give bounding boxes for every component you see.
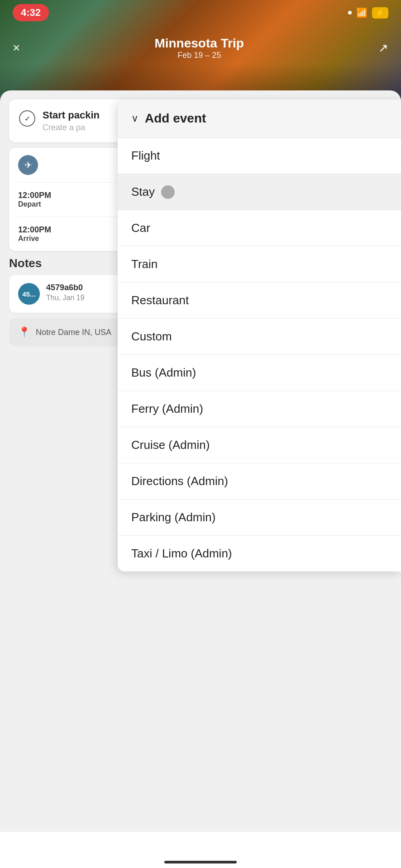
dropdown-item-restaurant[interactable]: Restaurant [118,283,401,319]
cruise-admin-label: Cruise (Admin) [131,438,210,452]
stay-toggle[interactable] [161,185,175,199]
note-info: 4579a6b0 Thu, Jan 19 [46,283,85,302]
check-icon: ✓ [19,110,35,127]
dropdown-header[interactable]: ∨ Add event [118,99,401,138]
dropdown-item-parking-admin[interactable]: Parking (Admin) [118,500,401,536]
dropdown-menu: ∨ Add event Flight Stay Car Train Restau… [118,99,401,571]
wifi-icon: 📶 [356,7,368,18]
dropdown-item-cruise-admin[interactable]: Cruise (Admin) [118,427,401,463]
dropdown-item-car[interactable]: Car [118,210,401,246]
bottom-bar [0,832,401,868]
status-time: 4:32 [13,4,49,21]
dropdown-item-custom[interactable]: Custom [118,319,401,355]
parking-admin-label: Parking (Admin) [131,510,215,524]
dropdown-title: Add event [145,111,206,126]
dropdown-item-directions-admin[interactable]: Directions (Admin) [118,463,401,500]
signal-icon [348,11,352,14]
directions-admin-label: Directions (Admin) [131,474,228,488]
home-indicator [164,861,237,863]
packing-title: Start packin [43,109,100,121]
dropdown-item-bus-admin[interactable]: Bus (Admin) [118,355,401,391]
restaurant-label: Restaurant [131,293,189,307]
dropdown-item-ferry-admin[interactable]: Ferry (Admin) [118,391,401,427]
stay-label: Stay [131,185,155,199]
packing-text: Start packin Create a pa [43,109,100,132]
location-text: Notre Dame IN, USA [36,328,111,337]
status-bar: 4:32 📶 ⚡ [0,0,401,25]
car-label: Car [131,221,150,235]
dropdown-item-train[interactable]: Train [118,246,401,283]
trip-dates: Feb 19 – 25 [20,51,378,60]
bus-admin-label: Bus (Admin) [131,366,196,380]
close-button[interactable]: × [13,41,20,55]
travel-icon: ✈ [18,155,38,175]
share-button[interactable]: ↗ [378,41,388,55]
status-icons: 📶 ⚡ [348,7,388,19]
dropdown-item-taxi-admin[interactable]: Taxi / Limo (Admin) [118,536,401,571]
trip-title: Minnesota Trip [20,36,378,51]
packing-subtitle: Create a pa [43,123,100,132]
taxi-admin-label: Taxi / Limo (Admin) [131,547,232,561]
note-date: Thu, Jan 19 [46,294,85,302]
note-id: 4579a6b0 [46,283,85,292]
avatar: 45... [18,283,40,305]
location-pin-icon: 📍 [18,326,30,338]
ferry-admin-label: Ferry (Admin) [131,402,203,416]
custom-label: Custom [131,330,172,344]
flight-label: Flight [131,149,160,163]
train-label: Train [131,257,158,271]
dropdown-overlay: ∨ Add event Flight Stay Car Train Restau… [118,99,401,571]
dropdown-item-flight[interactable]: Flight [118,138,401,174]
chevron-down-icon: ∨ [131,113,138,124]
dropdown-item-stay[interactable]: Stay [118,174,401,210]
trip-title-group: Minnesota Trip Feb 19 – 25 [20,36,378,60]
battery-icon: ⚡ [372,7,388,19]
check-mark: ✓ [24,114,30,123]
trip-header: × Minnesota Trip Feb 19 – 25 ↗ [0,25,401,71]
